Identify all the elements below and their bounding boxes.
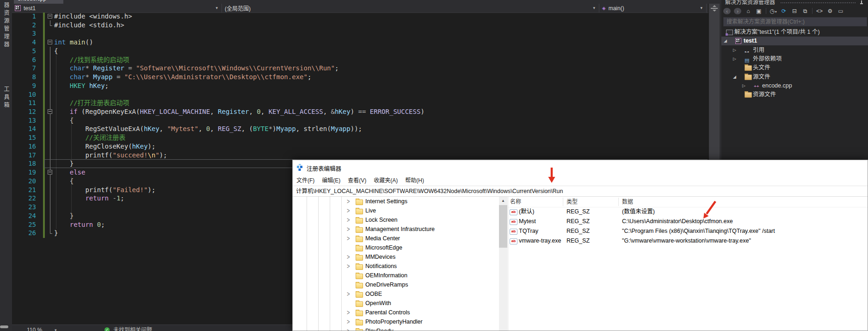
registry-key-row[interactable]: >Internet Settings — [293, 197, 499, 206]
code-line[interactable]: 1#include <windows.h> — [12, 12, 708, 21]
registry-editor-window[interactable]: 注册表编辑器 文件(F)编辑(E)查看(V)收藏夹(A)帮助(H) 计算机\HK… — [292, 160, 868, 331]
scope-dropdown[interactable]: (全局范围) ▾ — [222, 4, 599, 12]
column-header-data[interactable]: 数据 — [622, 197, 633, 207]
menu-item-2[interactable]: 查看(V) — [348, 176, 366, 184]
editor-navigation-bar: test1 ▾ (全局范围) ▾ ◈ main() ▾ — [12, 4, 708, 13]
column-separator[interactable] — [563, 198, 563, 206]
tree-item-references[interactable]: ▷▪–▪引用 — [721, 46, 868, 55]
chevron-down-icon: ▾ — [215, 6, 218, 10]
panel-drag-grip[interactable] — [781, 2, 856, 3]
solution-search-input[interactable] — [723, 17, 867, 26]
fold-marker-icon[interactable] — [48, 14, 52, 19]
code-line[interactable]: 2#include <stdio.h> — [12, 21, 708, 30]
properties-icon[interactable]: ⚙ — [826, 8, 834, 14]
sidebar-tab-server-explorer[interactable]: 服务器资源管理器 — [2, 0, 10, 49]
registry-value-row[interactable]: ab(默认)REG_SZ(数值未设置) — [293, 207, 868, 217]
code-line[interactable]: 10 — [12, 90, 708, 99]
code-line[interactable]: 15 //关闭注册表 — [12, 133, 708, 142]
tab-encode-cpp[interactable]: encode.cpp × — [14, 0, 63, 4]
sync-with-active-document-icon[interactable]: ⟳ — [780, 8, 788, 14]
tree-item-resource-files[interactable]: 资源文件 — [721, 90, 868, 99]
menu-item-0[interactable]: 文件(F) — [296, 176, 314, 184]
registry-key-row[interactable]: >Parental Controls — [293, 308, 499, 317]
code-line[interactable]: 14 RegSetValueExA(hKey, "Mytest", 0, REG… — [12, 125, 708, 133]
code-line[interactable]: 3 — [12, 29, 708, 38]
tree-item-project-test1[interactable]: ◢test1 — [721, 37, 868, 45]
regedit-title-bar[interactable]: 注册表编辑器 — [293, 160, 868, 174]
code-line[interactable]: 6 //找到系统的启动项 — [12, 56, 708, 64]
scrollbar-split-handle-icon[interactable] — [711, 5, 718, 12]
registry-value-row[interactable]: abvmware-tray.exeREG_SZ"G:\vmware\vmware… — [293, 236, 868, 246]
code-line[interactable]: 11 //打开注册表启动项 — [12, 99, 708, 107]
home-icon[interactable]: ⌂ — [745, 8, 752, 14]
code-line[interactable]: 4int main() — [12, 38, 708, 47]
view-code-icon[interactable]: <> — [816, 8, 823, 14]
registry-value-row[interactable]: abTQTrayREG_SZ"C:\Program Files (x86)\Qi… — [293, 226, 868, 236]
code-line[interactable]: 13 { — [12, 116, 708, 125]
regedit-address-bar[interactable]: 计算机\HKEY_LOCAL_MACHINE\SOFTWARE\WOW6432N… — [293, 186, 868, 197]
chevron-down-icon[interactable]: ▾ — [55, 325, 57, 331]
menu-item-4[interactable]: 帮助(H) — [405, 176, 424, 184]
fold-marker-icon[interactable] — [48, 40, 52, 44]
code-line[interactable]: 12 if (RegOpenKeyExA(HKEY_LOCAL_MACHINE,… — [12, 107, 708, 116]
member-dropdown[interactable]: ◈ main() ▾ — [599, 4, 707, 12]
collapsed-arrow-icon[interactable]: ▷ — [733, 55, 736, 63]
back-icon[interactable]: ‹ — [723, 8, 731, 14]
tree-item-header-files[interactable]: 头文件 — [721, 63, 868, 72]
zoom-level-control[interactable]: 110 % — [27, 325, 42, 331]
string-value-icon: ab — [510, 229, 517, 235]
chevron-down-icon: ▾ — [593, 6, 595, 10]
registry-key-row[interactable]: >OOBE — [293, 289, 499, 299]
code-line[interactable]: 7 char* Register = "Software\\Microsoft\… — [12, 64, 708, 73]
code-line[interactable]: 17 printf("succeed!\n"); — [12, 151, 708, 160]
code-line[interactable]: 8 char* Myapp = "C:\\Users\\Administrato… — [12, 73, 708, 81]
health-check-icon[interactable]: ✓ — [105, 327, 110, 331]
chevron-right-icon[interactable]: > — [347, 325, 350, 331]
registry-value-row[interactable]: abMytestREG_SZC:\Users\Administrator\Des… — [293, 217, 868, 226]
expanded-arrow-icon[interactable]: ◢ — [733, 73, 736, 81]
scrollbar-thumb-fragment[interactable] — [0, 325, 8, 328]
collapse-all-icon[interactable]: ⊟ — [791, 8, 798, 14]
menu-item-3[interactable]: 收藏夹(A) — [374, 176, 398, 184]
sidebar-tab-toolbox[interactable]: 工具箱 — [2, 86, 10, 110]
line-number: 18 — [12, 159, 36, 168]
collapsed-arrow-icon[interactable]: ▷ — [733, 46, 736, 55]
member-dropdown-value: main() — [609, 5, 624, 12]
tree-item-external-dependencies[interactable]: ▷▤外部依赖项 — [721, 55, 868, 63]
expanded-arrow-icon[interactable]: ◢ — [724, 37, 727, 45]
registry-key-row[interactable]: OpenWith — [293, 299, 499, 308]
code-line[interactable]: 16 RegCloseKey(hKey); — [12, 142, 708, 151]
registry-key-row[interactable]: OEMInformation — [293, 271, 499, 280]
line-number: 20 — [12, 177, 36, 186]
tree-item-encode-cpp[interactable]: ▷⁺⁺encode.cpp — [721, 81, 868, 90]
menu-item-1[interactable]: 编辑(E) — [322, 176, 340, 184]
fold-marker-icon[interactable] — [48, 109, 52, 114]
registry-key-row[interactable]: >MMDevices — [293, 252, 499, 262]
preview-selected-items-icon[interactable]: ▭ — [837, 8, 844, 14]
registry-key-row[interactable]: OneDriveRamps — [293, 280, 499, 289]
close-icon[interactable]: × — [56, 0, 60, 2]
column-separator[interactable] — [618, 198, 619, 206]
registry-key-row[interactable]: >PhotoPropertyHandler — [293, 317, 499, 326]
indent-guide — [71, 177, 72, 220]
column-header-type[interactable]: 类型 — [566, 197, 578, 207]
pending-changes-filter-icon[interactable]: ◷▾ — [770, 8, 777, 14]
line-number: 19 — [12, 168, 36, 177]
forward-icon[interactable]: › — [734, 8, 741, 14]
code-line[interactable]: 9 HKEY hKey; — [12, 81, 708, 90]
tree-item-solution[interactable]: 解决方案"test1"(1 个项目/共 1 个) — [721, 28, 868, 37]
collapsed-arrow-icon[interactable]: ▷ — [742, 81, 745, 90]
code-line[interactable]: 5{ — [12, 47, 708, 56]
auto-hide-pin-icon[interactable] — [860, 0, 863, 5]
registry-key-row[interactable]: >Notifications — [293, 262, 499, 271]
tree-item-source-files[interactable]: ◢源文件 — [721, 73, 868, 81]
column-header-name[interactable]: 名称 — [510, 197, 521, 207]
scroll-up-arrow-icon[interactable]: ▲ — [499, 197, 507, 205]
project-dropdown[interactable]: test1 ▾ — [12, 4, 222, 12]
fold-marker-icon[interactable] — [48, 170, 52, 175]
show-all-files-icon[interactable]: ⧉ — [801, 8, 809, 14]
switch-views-icon[interactable]: ▣ — [755, 8, 763, 14]
pin-icon[interactable] — [49, 0, 53, 1]
registry-key-row[interactable]: >PlayReady — [293, 326, 499, 331]
registry-key-label: MMDevices — [365, 252, 395, 262]
